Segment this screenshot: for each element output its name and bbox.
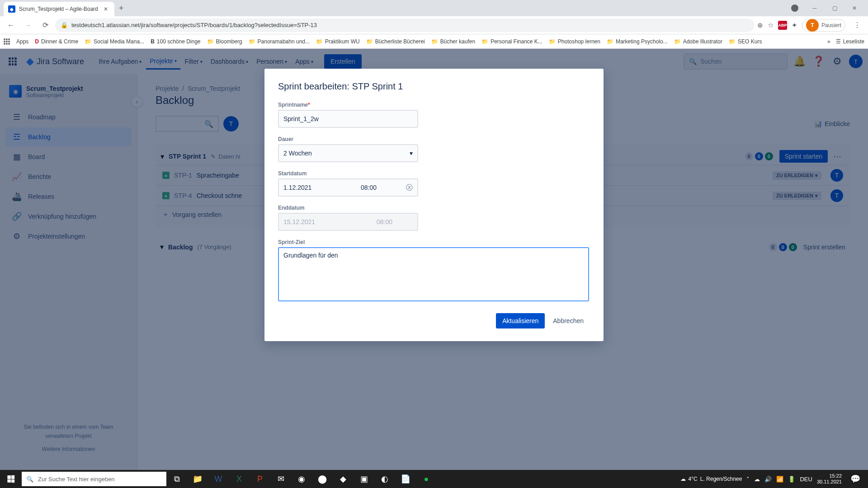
search-icon: 🔍 <box>26 476 33 483</box>
bookmark-item[interactable]: 📁Bloomberg <box>207 38 242 45</box>
start-menu-button[interactable] <box>0 470 22 488</box>
apps-label[interactable]: Apps <box>16 38 28 45</box>
apps-grid-icon[interactable] <box>4 38 10 45</box>
bookmark-favicon: D <box>35 38 39 45</box>
bookmark-item[interactable]: 📁Personal Finance K... <box>481 38 542 45</box>
onedrive-icon[interactable]: ☁ <box>754 476 760 483</box>
folder-icon: 📁 <box>729 38 736 45</box>
battery-icon[interactable]: 🔋 <box>788 476 795 483</box>
folder-icon: 📁 <box>674 38 681 45</box>
address-bar[interactable]: 🔒 testdeutsch1.atlassian.net/jira/softwa… <box>55 19 755 32</box>
bookmark-item[interactable]: 📁Bücherliste Bücherei <box>366 38 425 45</box>
sync-paused-label: Pausiert <box>821 22 841 28</box>
notification-center-icon[interactable]: 💬 <box>846 470 864 488</box>
form-group-startdate: Startdatum 1.12.2021 08:00 ⓧ <box>278 170 590 197</box>
volume-icon[interactable]: 🔊 <box>764 476 772 483</box>
bookmark-item[interactable]: B100 schöne Dinge <box>151 38 200 45</box>
form-group-goal: Sprint-Ziel <box>278 239 590 303</box>
folder-icon: 📁 <box>431 38 438 45</box>
zoom-icon[interactable]: ⊕ <box>757 21 763 29</box>
bookmark-item[interactable]: 📁SEO Kurs <box>729 38 762 45</box>
sprintname-input[interactable] <box>278 110 418 128</box>
close-tab-icon[interactable]: ✕ <box>102 6 110 12</box>
clear-date-icon[interactable]: ⓧ <box>401 183 417 192</box>
bookmark-item[interactable]: 📁Bücher kaufen <box>431 38 475 45</box>
browser-toolbar: ← → ⟳ 🔒 testdeutsch1.atlassian.net/jira/… <box>0 16 868 34</box>
folder-icon: 📁 <box>366 38 373 45</box>
reading-list-button[interactable]: ☰Leseliste <box>836 38 864 45</box>
wifi-icon[interactable]: 📶 <box>776 476 783 483</box>
close-window-button[interactable]: ✕ <box>844 1 864 15</box>
form-group-enddate: Enddatum 15.12.2021 08:00 <box>278 205 590 231</box>
list-icon: ☰ <box>836 38 841 45</box>
goal-label: Sprint-Ziel <box>278 239 590 245</box>
forward-button[interactable]: → <box>21 18 35 33</box>
file-explorer-icon[interactable]: 📁 <box>187 470 208 488</box>
powerpoint-icon[interactable]: P <box>250 470 270 488</box>
bookmark-item[interactable]: 📁Marketing Psycholo... <box>607 38 668 45</box>
url-text: testdeutsch1.atlassian.net/jira/software… <box>71 22 317 28</box>
profile-sync-status[interactable]: T Pausiert <box>802 19 845 32</box>
bookmarks-bar: Apps DDinner & Crime 📁Social Media Mana.… <box>0 34 868 49</box>
account-circle-icon[interactable] <box>785 1 805 15</box>
kebab-menu-icon[interactable]: ⋮ <box>850 21 864 29</box>
bookmark-item[interactable]: DDinner & Crime <box>35 38 78 45</box>
notepad-icon[interactable]: 📄 <box>395 470 416 488</box>
mail-icon[interactable]: ✉ <box>270 470 291 488</box>
app-icon[interactable]: ◆ <box>333 470 354 488</box>
weather-widget[interactable]: ☁ 4°C L. Regen/Schnee <box>680 476 742 482</box>
bookmark-item[interactable]: 📁Panoramabahn und... <box>249 38 310 45</box>
duration-select[interactable]: 2 Wochen ▾ <box>278 144 418 162</box>
minimize-button[interactable]: ─ <box>805 1 825 15</box>
sprintname-label: Sprintname* <box>278 102 590 108</box>
obs-icon[interactable]: ⬤ <box>312 470 333 488</box>
edge-icon[interactable]: ◐ <box>374 470 395 488</box>
taskbar-apps: ⧉ 📁 W X P ✉ ◉ ⬤ ◆ ▣ ◐ 📄 ● <box>166 470 437 488</box>
system-tray: ☁ 4°C L. Regen/Schnee ˄ ☁ 🔊 📶 🔋 DEU 15:2… <box>677 470 868 488</box>
chrome-icon[interactable]: ◉ <box>291 470 312 488</box>
maximize-button[interactable]: ▢ <box>825 1 844 15</box>
modal-overlay[interactable]: Sprint bearbeiten: STP Sprint 1 Sprintna… <box>0 49 868 470</box>
reload-button[interactable]: ⟳ <box>38 18 52 33</box>
modal-actions: Aktualisieren Abbrechen <box>278 313 590 328</box>
update-button[interactable]: Aktualisieren <box>496 313 545 328</box>
language-indicator[interactable]: DEU <box>800 476 812 483</box>
startdate-date[interactable]: 1.12.2021 <box>279 184 356 191</box>
weather-temp: 4°C <box>689 476 698 482</box>
tray-chevron-icon[interactable]: ˄ <box>746 476 750 483</box>
new-tab-button[interactable]: + <box>114 4 128 13</box>
bookmark-item[interactable]: 📁Praktikum WU <box>316 38 360 45</box>
browser-titlebar: ◆ Scrum_Testprojekt – Agile-Board ✕ + ─ … <box>0 0 868 16</box>
weather-text: L. Regen/Schnee <box>700 476 742 482</box>
folder-icon: 📁 <box>249 38 255 45</box>
browser-tab[interactable]: ◆ Scrum_Testprojekt – Agile-Board ✕ <box>4 2 114 16</box>
word-icon[interactable]: W <box>208 470 229 488</box>
chevron-down-icon: ▾ <box>410 150 413 157</box>
adblock-extension-icon[interactable]: ABP <box>778 21 787 30</box>
excel-icon[interactable]: X <box>229 470 250 488</box>
clock-date: 30.11.2021 <box>817 479 842 485</box>
jira-favicon: ◆ <box>8 5 15 13</box>
edit-sprint-modal: Sprint bearbeiten: STP Sprint 1 Sprintna… <box>264 69 604 341</box>
startdate-input[interactable]: 1.12.2021 08:00 ⓧ <box>278 178 418 197</box>
sprint-goal-textarea[interactable] <box>278 247 589 301</box>
cancel-button[interactable]: Abbrechen <box>547 313 590 328</box>
bookmark-item[interactable]: 📁Adobe Illustrator <box>674 38 722 45</box>
search-placeholder-text: Zur Suche Text hier eingeben <box>38 476 115 483</box>
back-button[interactable]: ← <box>4 18 18 33</box>
extensions-icon[interactable]: ✦ <box>792 21 797 29</box>
bookmark-star-icon[interactable]: ☆ <box>768 21 774 29</box>
spotify-icon[interactable]: ● <box>416 470 437 488</box>
bookmark-item[interactable]: 📁Photoshop lernen <box>549 38 600 45</box>
bookmark-item[interactable]: 📁Social Media Mana... <box>85 38 144 45</box>
windows-logo-icon <box>7 475 14 483</box>
taskbar-clock[interactable]: 15:22 30.11.2021 <box>817 473 842 485</box>
startdate-label: Startdatum <box>278 170 590 177</box>
overflow-icon[interactable]: » <box>827 38 830 45</box>
task-view-icon[interactable]: ⧉ <box>166 470 187 488</box>
startdate-time[interactable]: 08:00 <box>356 184 401 191</box>
app-icon[interactable]: ▣ <box>354 470 374 488</box>
taskbar-search-input[interactable]: 🔍 Zur Suche Text hier eingeben <box>22 472 166 486</box>
modal-title: Sprint bearbeiten: STP Sprint 1 <box>278 81 590 92</box>
folder-icon: 📁 <box>207 38 214 45</box>
